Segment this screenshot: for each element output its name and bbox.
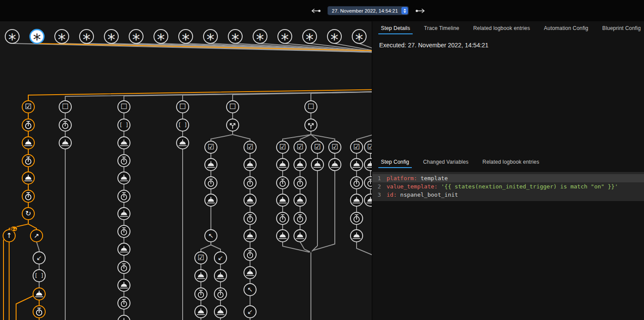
trace-graph-panel[interactable]: ***************☑↻↑9+↗↙[ ]☐☐[ ]☐[ ]☐☑↖☑↙☑… [0, 21, 372, 320]
trace-node-timer[interactable] [118, 155, 130, 167]
trace-node-timer[interactable] [118, 261, 130, 274]
trace-node-timer[interactable] [205, 177, 217, 189]
trace-node-timer[interactable] [350, 177, 363, 189]
trace-node-timer[interactable] [294, 212, 306, 224]
trace-node-timer[interactable] [244, 212, 256, 224]
trace-node-refresh[interactable]: ↻ [22, 208, 34, 220]
trace-node-brackets[interactable]: [ ] [118, 119, 130, 131]
trace-node-timer[interactable] [277, 177, 289, 189]
trace-node-dome[interactable] [244, 158, 256, 171]
trace-node-brackets[interactable]: [ ] [33, 270, 45, 282]
trace-node-checkbox-marked[interactable]: ☑ [311, 141, 324, 153]
trace-node-arrow-up[interactable]: ↑9+ [3, 226, 17, 242]
trace-node-timer[interactable] [33, 306, 45, 318]
trace-node-dome[interactable] [214, 306, 227, 318]
trace-node-dome[interactable] [277, 230, 289, 242]
trace-node-dome[interactable] [277, 158, 289, 171]
trace-node-dome[interactable] [277, 194, 289, 206]
trace-node-timer[interactable] [364, 177, 372, 189]
trace-node-checkbox-blank[interactable]: ☐ [59, 101, 71, 113]
trace-node-dome[interactable] [329, 158, 341, 171]
trace-node-dome[interactable] [244, 194, 256, 206]
trace-node-dome[interactable] [118, 243, 130, 255]
trace-node-dome[interactable] [364, 158, 372, 171]
trace-node-checkbox-marked[interactable]: ☑ [277, 141, 289, 153]
trace-select[interactable]: 27. November 2022, 14:54:21 [327, 6, 409, 15]
trace-node-dome[interactable] [294, 230, 306, 242]
trace-node-dome[interactable] [22, 172, 34, 184]
trace-node-checkbox-marked[interactable]: ☑ [364, 141, 372, 153]
trace-node-dome[interactable] [177, 137, 189, 149]
tab-step-config[interactable]: Step Config [374, 155, 416, 168]
trace-node-checkbox-marked[interactable]: ☑ [22, 101, 34, 113]
trace-node-asterisk[interactable]: * [55, 30, 69, 48]
trace-node-dome[interactable] [59, 137, 71, 149]
trace-node-dome[interactable] [118, 315, 130, 320]
trace-node-timer[interactable] [277, 212, 289, 224]
trace-node-checkbox-marked[interactable]: ☑ [350, 141, 363, 153]
trace-node-timer[interactable] [59, 119, 71, 131]
trace-node-timer[interactable] [294, 177, 306, 189]
tab-related-logbook-entries[interactable]: Related logbook entries [476, 155, 547, 168]
trace-node-timer[interactable] [244, 248, 256, 261]
trace-node-dome[interactable] [205, 158, 217, 171]
trace-node-dome[interactable] [118, 172, 130, 184]
tab-related-logbook-entries[interactable]: Related logbook entries [466, 21, 537, 35]
trace-node-checkbox-blank[interactable]: ☐ [227, 101, 239, 113]
trace-node-checkbox-blank[interactable]: ☐ [305, 101, 317, 113]
trace-node-arrow-sw[interactable]: ↙ [33, 252, 45, 264]
trace-node-timer[interactable] [118, 297, 130, 309]
trace-node-checkbox-marked[interactable]: ☑ [244, 141, 256, 153]
trace-node-checkbox-marked[interactable]: ☑ [294, 141, 306, 153]
tab-blueprint-config[interactable]: Blueprint Config [595, 21, 644, 35]
trace-node-timer[interactable] [350, 212, 363, 224]
trace-node-dome[interactable] [33, 288, 45, 300]
trace-node-dome[interactable] [294, 194, 306, 206]
trace-node-checkbox-blank[interactable]: ☐ [118, 101, 130, 113]
trace-node-timer[interactable] [22, 155, 34, 167]
trace-node-dome[interactable] [311, 158, 324, 171]
trace-node-arrow-sw[interactable]: ↙ [214, 252, 227, 264]
trace-node-dome[interactable] [118, 137, 130, 149]
tab-automation-config[interactable]: Automation Config [537, 21, 595, 35]
trace-node-timer[interactable] [118, 225, 130, 238]
trace-node-asterisk[interactable]: * [30, 30, 44, 48]
trace-node-asterisk[interactable]: * [5, 30, 19, 48]
trace-node-checkbox-marked[interactable]: ☑ [205, 141, 217, 153]
trace-node-dome[interactable] [205, 194, 217, 206]
trace-node-brackets[interactable]: [ ] [177, 119, 189, 131]
trace-node-arrow-nw[interactable]: ↖ [244, 284, 256, 296]
tab-trace-timeline[interactable]: Trace Timeline [417, 21, 466, 35]
trace-node-dome[interactable] [350, 230, 363, 242]
previous-trace-button[interactable] [310, 5, 322, 17]
trace-node-arrow-sw[interactable]: ↙ [244, 306, 256, 318]
trace-node-asterisk[interactable]: * [327, 30, 341, 48]
trace-node-timer[interactable] [22, 119, 34, 131]
trace-graph[interactable]: ***************☑↻↑9+↗↙[ ]☐☐[ ]☐[ ]☐☑↖☑↙☑… [0, 21, 372, 320]
trace-node-timer[interactable] [118, 190, 130, 202]
trace-node-checkbox-marked[interactable]: ☑ [329, 141, 341, 153]
trace-node-dome[interactable] [195, 306, 207, 318]
trace-node-dome[interactable] [195, 270, 207, 282]
trace-node-shuffle[interactable] [227, 119, 239, 131]
trace-node-dome[interactable] [350, 158, 363, 171]
trace-node-checkbox-marked[interactable]: ☑ [195, 252, 207, 264]
trace-node-arrow-nw[interactable]: ↖ [205, 230, 217, 242]
trace-node-dome[interactable] [244, 267, 256, 279]
trace-node-dome[interactable] [364, 194, 372, 206]
trace-node-checkbox-blank[interactable]: ☐ [177, 101, 189, 113]
trace-node-dome[interactable] [22, 137, 34, 149]
tab-step-details[interactable]: Step Details [374, 21, 417, 35]
trace-node-dome[interactable] [118, 208, 130, 220]
trace-node-arrow-ne[interactable]: ↗ [30, 230, 43, 242]
next-trace-button[interactable] [414, 5, 427, 17]
trace-node-timer[interactable] [214, 288, 227, 300]
trace-node-dome[interactable] [350, 194, 363, 206]
trace-node-dome[interactable] [118, 279, 130, 291]
trace-node-timer[interactable] [244, 177, 256, 189]
trace-node-shuffle[interactable] [305, 119, 317, 131]
trace-node-dome[interactable] [294, 158, 306, 171]
trace-node-dome[interactable] [244, 230, 256, 242]
tab-changed-variables[interactable]: Changed Variables [416, 155, 476, 168]
trace-node-timer[interactable] [22, 190, 34, 202]
